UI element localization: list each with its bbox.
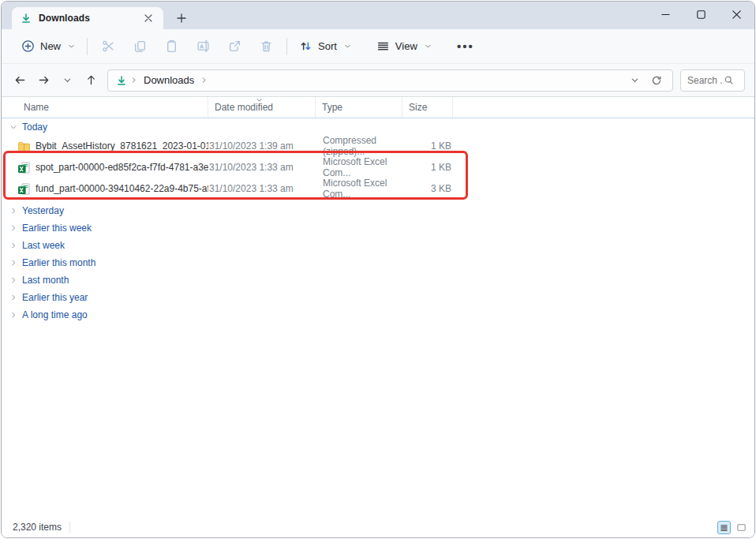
sort-descending-icon <box>256 97 263 103</box>
chevron-down-icon <box>68 43 75 50</box>
column-header-name[interactable]: Name <box>2 97 208 118</box>
rename-button[interactable] <box>187 35 219 58</box>
group-header-today[interactable]: Today <box>2 118 754 135</box>
toolbar-separator <box>87 38 88 55</box>
column-header-date-modified[interactable]: Date modified <box>208 97 316 118</box>
new-button-label: New <box>40 40 61 52</box>
file-row-fund-csv[interactable]: fund_part-00000-39410462-22a9-4b75-afb1-… <box>2 178 754 199</box>
downloads-icon <box>21 13 32 24</box>
group-label: Yesterday <box>22 205 64 216</box>
group-header-yesterday[interactable]: Yesterday <box>2 202 754 219</box>
file-size: 1 KB <box>402 162 453 173</box>
refresh-button[interactable] <box>646 71 668 90</box>
file-row-zip[interactable]: Bybit_AssetHistory_8781621_2023-01-01_20… <box>2 135 754 156</box>
status-separator <box>69 522 70 533</box>
titlebar: Downloads <box>2 2 754 29</box>
group-label: A long time ago <box>22 309 88 320</box>
column-headers: Name Date modified Type Size <box>2 97 754 118</box>
file-row-spot-csv[interactable]: spot_part-00000-ed85f2ca-f7fd-4781-a3e6-… <box>2 156 754 178</box>
file-explorer-window: Downloads Ne <box>1 1 755 538</box>
collapsed-groups: Yesterday Earlier this week Last week Ea… <box>2 202 754 324</box>
tab-downloads[interactable]: Downloads <box>12 7 163 29</box>
file-type: Microsoft Excel Com... <box>316 178 402 200</box>
sort-button-label: Sort <box>318 40 337 52</box>
downloads-icon <box>116 75 127 86</box>
excel-file-icon <box>17 161 31 174</box>
maximize-button[interactable] <box>683 2 719 28</box>
chevron-right-icon <box>8 241 19 249</box>
group-label: Earlier this week <box>22 223 92 234</box>
view-button-label: View <box>395 40 417 52</box>
file-date: 31/10/2023 1:33 am <box>208 183 316 194</box>
copy-button[interactable] <box>124 35 155 58</box>
file-type: Compressed (zipped)... <box>316 135 402 157</box>
large-thumbnails-view-button[interactable] <box>735 521 748 534</box>
group-label: Earlier this year <box>22 292 88 303</box>
column-header-type[interactable]: Type <box>316 97 402 118</box>
file-type: Microsoft Excel Com... <box>316 156 402 178</box>
status-bar: 2,320 items <box>2 517 754 537</box>
details-view-button[interactable] <box>717 521 731 534</box>
search-icon <box>724 75 734 85</box>
ellipsis-icon: ••• <box>457 39 474 53</box>
share-button[interactable] <box>219 35 250 58</box>
view-lines-icon <box>376 39 390 53</box>
new-tab-button[interactable] <box>171 9 192 28</box>
cut-button[interactable] <box>92 35 124 58</box>
column-header-size[interactable]: Size <box>402 97 453 118</box>
new-button[interactable]: New <box>14 35 82 58</box>
tab-close-icon[interactable] <box>141 11 155 25</box>
file-name: fund_part-00000-39410462-22a9-4b75-afb1-… <box>36 183 208 194</box>
see-more-button[interactable]: ••• <box>450 35 481 58</box>
file-name: spot_part-00000-ed85f2ca-f7fd-4781-a3e6-… <box>36 162 208 173</box>
plus-circle-icon <box>21 39 35 53</box>
group-header-earlier-this-week[interactable]: Earlier this week <box>2 219 754 237</box>
group-label: Earlier this month <box>22 257 95 268</box>
close-button[interactable] <box>719 2 754 28</box>
up-button[interactable] <box>80 69 102 92</box>
sort-button[interactable]: Sort <box>292 35 358 58</box>
chevron-right-icon <box>8 311 19 319</box>
group-label: Today <box>22 122 47 133</box>
recent-locations-button[interactable] <box>56 69 78 92</box>
chevron-down-icon <box>344 43 351 50</box>
forward-button[interactable] <box>32 69 54 92</box>
tab-title: Downloads <box>39 13 141 24</box>
file-list: Name Date modified Type Size Today <box>2 97 754 518</box>
chevron-right-icon <box>8 207 19 215</box>
group-header-earlier-this-year[interactable]: Earlier this year <box>2 289 754 306</box>
paste-button[interactable] <box>155 35 187 58</box>
file-size: 1 KB <box>402 140 453 152</box>
chevron-right-icon <box>200 77 208 84</box>
minimize-button[interactable] <box>648 2 683 28</box>
chevron-down-icon <box>8 123 19 131</box>
excel-file-icon <box>17 182 31 196</box>
file-size: 3 KB <box>402 183 453 194</box>
breadcrumb[interactable]: Downloads <box>107 69 673 92</box>
search-input[interactable] <box>687 75 724 86</box>
group-header-last-month[interactable]: Last month <box>2 271 754 289</box>
file-date: 31/10/2023 1:33 am <box>208 162 316 173</box>
group-header-last-week[interactable]: Last week <box>2 237 754 254</box>
chevron-right-icon <box>8 294 19 301</box>
back-button[interactable] <box>9 69 31 92</box>
group-header-a-long-time-ago[interactable]: A long time ago <box>2 306 754 324</box>
toolbar-separator <box>286 38 287 55</box>
delete-button[interactable] <box>250 35 282 58</box>
chevron-right-icon <box>8 259 19 267</box>
view-button[interactable]: View <box>369 35 439 58</box>
window-caption-buttons <box>648 2 754 29</box>
file-date: 31/10/2023 1:39 am <box>208 140 316 152</box>
column-header-empty <box>453 97 754 118</box>
search-box[interactable] <box>680 69 745 92</box>
breadcrumb-item-downloads[interactable]: Downloads <box>144 74 194 86</box>
file-name: Bybit_AssetHistory_8781621_2023-01-01_20… <box>36 140 208 152</box>
items-count: 2,320 items <box>13 522 62 533</box>
group-label: Last month <box>22 275 69 286</box>
group-header-earlier-this-month[interactable]: Earlier this month <box>2 254 754 271</box>
chevron-right-icon <box>8 276 19 284</box>
group-label: Last week <box>22 240 65 251</box>
chevron-right-icon <box>8 224 19 232</box>
address-dropdown-button[interactable] <box>623 71 646 90</box>
command-bar: New <box>2 29 754 64</box>
